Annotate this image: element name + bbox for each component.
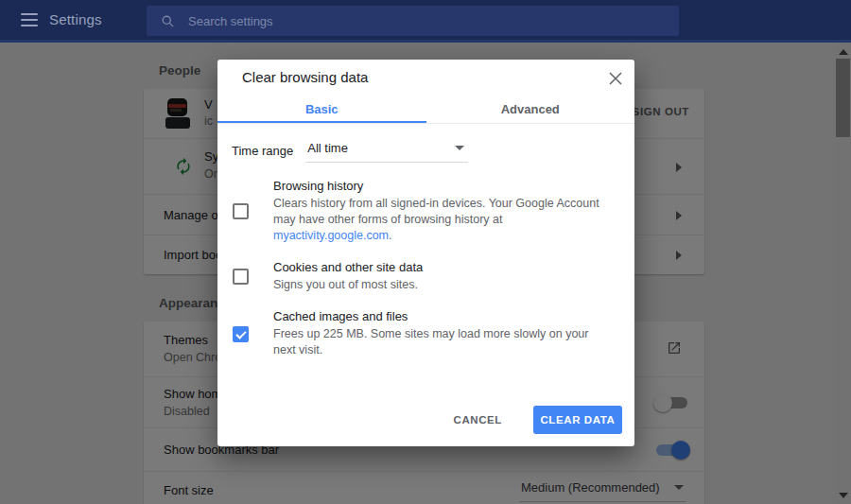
search-input[interactable] [186, 13, 679, 29]
cached-images-checkbox[interactable] [233, 326, 249, 342]
time-range-select[interactable]: All time [305, 138, 468, 163]
option-description: Clears history from all signed-in device… [273, 196, 612, 244]
time-range-value: All time [307, 141, 348, 155]
cookies-checkbox[interactable] [233, 269, 249, 285]
search-box[interactable] [147, 6, 679, 36]
tab-basic[interactable]: Basic [217, 95, 426, 123]
clear-data-button[interactable]: CLEAR DATA [533, 406, 622, 434]
option-cookies[interactable]: Cookies and other site data Signs you ou… [232, 260, 612, 293]
option-title: Browsing history [273, 179, 612, 193]
option-cached-images[interactable]: Cached images and files Frees up 225 MB.… [232, 309, 612, 358]
screen: People V ic SIGN OUT Sync On Manage othe… [0, 0, 851, 504]
dialog-tabs: Basic Advanced [217, 95, 634, 124]
option-browsing-history[interactable]: Browsing history Clears history from all… [232, 179, 612, 244]
dialog-title: Clear browsing data [217, 60, 634, 95]
browsing-history-checkbox[interactable] [233, 203, 249, 219]
option-description: Frees up 225 MB. Some sites may load mor… [273, 326, 612, 358]
menu-icon[interactable] [21, 13, 38, 26]
cancel-button[interactable]: CANCEL [447, 413, 508, 426]
option-title: Cached images and files [273, 309, 612, 323]
dialog-body: Time range All time Browsing history Cle… [217, 138, 634, 358]
clear-browsing-data-dialog: Clear browsing data Basic Advanced Time … [217, 60, 634, 446]
close-icon[interactable] [608, 71, 623, 86]
option-description: Signs you out of most sites. [273, 277, 612, 293]
options-list: Browsing history Clears history from all… [232, 179, 612, 358]
toolbar: Settings [0, 0, 851, 43]
app-title: Settings [49, 0, 102, 40]
caret-down-icon [455, 146, 464, 150]
time-range-label: Time range [232, 144, 293, 158]
option-title: Cookies and other site data [273, 260, 612, 274]
dialog-footer: CANCEL CLEAR DATA [447, 406, 622, 434]
time-range-row: Time range All time [232, 138, 612, 163]
myactivity-link[interactable]: myactivity.google.com [273, 229, 389, 242]
tab-advanced[interactable]: Advanced [426, 95, 635, 123]
search-icon [161, 14, 175, 28]
